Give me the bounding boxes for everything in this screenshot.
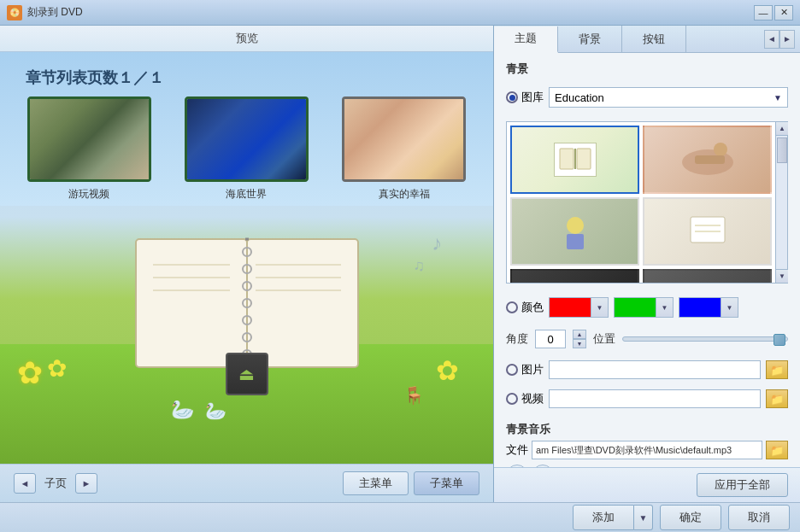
- thumb-frame-1[interactable]: [27, 96, 151, 182]
- music-file-input[interactable]: [532, 441, 762, 459]
- gallery-thumb-2[interactable]: [643, 126, 772, 194]
- gallery-radio-dot: [509, 95, 515, 101]
- close-button[interactable]: ✕: [774, 5, 793, 20]
- thumb-frame-2[interactable]: [185, 96, 309, 182]
- sub-menu-button[interactable]: 子菜单: [414, 471, 479, 495]
- file-label: 文件: [506, 442, 528, 458]
- scroll-down-button[interactable]: ▼: [776, 269, 788, 283]
- tab-button[interactable]: 按钮: [622, 26, 686, 52]
- color-swatch-red[interactable]: [550, 298, 591, 317]
- tab-right-arrow[interactable]: ►: [779, 30, 795, 49]
- select-arrow-icon: ▼: [774, 93, 782, 102]
- thumb-label-1: 游玩视频: [68, 187, 109, 202]
- add-dropdown-button[interactable]: ▼: [634, 505, 653, 530]
- gallery-thumb-5[interactable]: [510, 269, 639, 283]
- cancel-button[interactable]: 取消: [728, 505, 790, 530]
- minimize-button[interactable]: —: [754, 5, 773, 20]
- chapter-thumb-2: 海底世界: [174, 96, 318, 202]
- svg-rect-21: [695, 155, 725, 164]
- tab-background[interactable]: 背景: [558, 26, 622, 52]
- video-folder-button[interactable]: 📁: [766, 389, 788, 408]
- main-container: 预览 章节列表页数１／１ 游玩视频 海底世界: [0, 26, 800, 502]
- nav-controls: ◄ 子页 ►: [14, 473, 97, 494]
- svg-rect-1: [247, 239, 358, 367]
- picture-folder-button[interactable]: 📁: [766, 360, 788, 379]
- color-swatch-blue[interactable]: [679, 298, 721, 317]
- color-row: 颜色 ▼ ▼ ▼: [506, 297, 788, 318]
- svg-point-20: [714, 143, 727, 156]
- angle-down-button[interactable]: ▼: [573, 339, 586, 348]
- titlebar-title: 刻录到 DVD: [27, 5, 83, 20]
- titlebar-left: 📀 刻录到 DVD: [7, 5, 83, 20]
- color-swatch-3-container: ▼: [679, 297, 738, 318]
- apply-button[interactable]: 应用于全部: [697, 473, 788, 497]
- tab-left-arrow[interactable]: ◄: [764, 30, 779, 49]
- angle-spinner: ▲ ▼: [573, 330, 586, 348]
- angle-position-row: 角度 ▲ ▼ 位置: [506, 330, 788, 348]
- video-file-input[interactable]: [549, 389, 761, 408]
- nav-label: 子页: [44, 476, 67, 491]
- gallery-thumb-1[interactable]: [510, 126, 639, 194]
- angle-input[interactable]: [535, 330, 566, 348]
- titlebar: 📀 刻录到 DVD — ✕: [0, 0, 800, 26]
- gallery-radio-label[interactable]: 图库: [506, 90, 544, 105]
- preview-bottom: ◄ 子页 ► 主菜单 子菜单: [0, 464, 493, 502]
- svg-rect-0: [136, 239, 247, 367]
- color-3-dropdown[interactable]: ▼: [721, 298, 738, 317]
- swan-2: 🦢: [205, 400, 226, 421]
- picture-radio-label[interactable]: 图片: [506, 362, 544, 377]
- nav-next-button[interactable]: ►: [75, 473, 97, 494]
- thumb-image-3: [344, 99, 463, 179]
- video-radio-label[interactable]: 视频: [506, 391, 544, 406]
- swan-1: 🦢: [171, 399, 194, 421]
- gallery-radio-circle: [506, 91, 518, 103]
- add-button[interactable]: 添加: [573, 505, 634, 530]
- tab-arrows: ◄ ►: [759, 30, 800, 49]
- tab-theme[interactable]: 主题: [494, 26, 558, 53]
- color-2-dropdown[interactable]: ▼: [656, 298, 673, 317]
- picture-file-input[interactable]: [549, 360, 761, 379]
- titlebar-controls[interactable]: — ✕: [754, 5, 793, 20]
- scroll-thumb[interactable]: [777, 137, 787, 163]
- position-slider[interactable]: [622, 336, 788, 342]
- thumb-image-2: [187, 99, 306, 179]
- music-note-2: ♫: [414, 257, 426, 275]
- position-thumb[interactable]: [774, 334, 785, 346]
- nav-prev-button[interactable]: ◄: [14, 473, 36, 494]
- settings-content: 青景 图库 Education ▼: [494, 53, 800, 467]
- main-menu-button[interactable]: 主菜单: [343, 471, 409, 495]
- music-section-title: 青景音乐: [506, 422, 788, 437]
- flower-2: ✿: [47, 354, 67, 383]
- angle-up-button[interactable]: ▲: [573, 330, 586, 339]
- tabs-bar: 主题 背景 按钮 ◄ ►: [494, 26, 800, 53]
- color-radio-label[interactable]: 颜色: [506, 300, 544, 315]
- picture-radio-text: 图片: [521, 362, 544, 377]
- gallery-selected-value: Education: [555, 91, 604, 104]
- gallery-select[interactable]: Education ▼: [549, 87, 788, 108]
- color-1-dropdown[interactable]: ▼: [591, 298, 608, 317]
- gallery-thumb-6[interactable]: [643, 269, 772, 283]
- picture-radio-circle: [506, 364, 518, 376]
- svg-rect-24: [691, 217, 725, 243]
- scroll-up-button[interactable]: ▲: [776, 122, 788, 136]
- svg-rect-17: [577, 149, 591, 169]
- confirm-button[interactable]: 确定: [660, 505, 721, 530]
- flower-3: ✿: [436, 354, 459, 387]
- thumb-label-3: 真实的幸福: [379, 187, 430, 202]
- gallery-thumb-3[interactable]: [510, 197, 639, 266]
- color-swatch-green[interactable]: [615, 298, 656, 317]
- music-folder-button[interactable]: 📁: [766, 441, 788, 459]
- thumb-label-2: 海底世界: [226, 187, 267, 202]
- music-note-1: ♪: [432, 231, 442, 255]
- gallery-thumb-4[interactable]: [643, 197, 772, 266]
- thumb-frame-3[interactable]: [342, 96, 466, 182]
- chapter-thumbnails: 游玩视频 海底世界 真实的幸福: [17, 96, 476, 202]
- angle-label: 角度: [506, 331, 528, 347]
- book-thumb-1: [554, 143, 597, 177]
- app-icon: 📀: [7, 5, 22, 20]
- apply-row: 应用于全部: [494, 467, 800, 502]
- video-radio-circle: [506, 393, 518, 405]
- gallery-scrollbar: ▲ ▼: [775, 122, 787, 283]
- video-radio-text: 视频: [521, 391, 544, 406]
- eject-button[interactable]: ⏏: [226, 353, 268, 395]
